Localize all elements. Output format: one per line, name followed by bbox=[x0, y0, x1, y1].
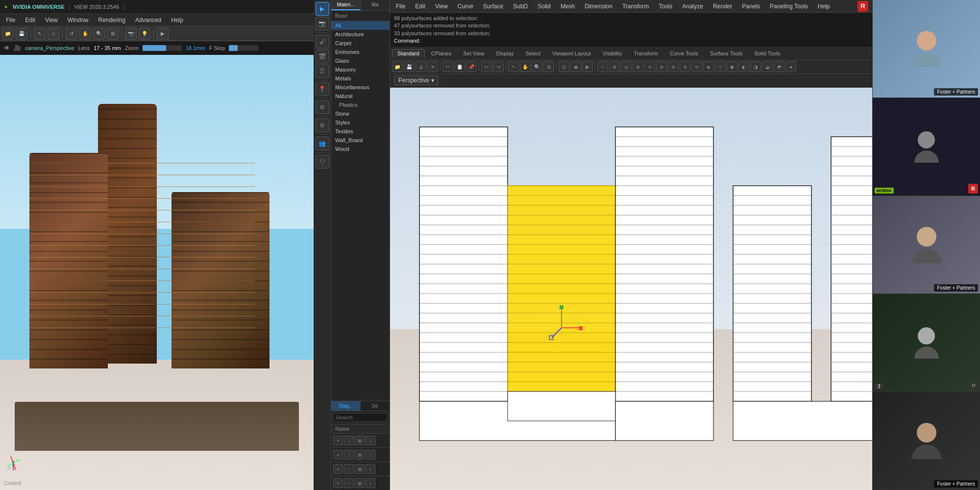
tool-pan[interactable]: ✋ bbox=[79, 28, 91, 40]
r-btn-redo[interactable]: ↪ bbox=[493, 61, 504, 72]
menu-rendering[interactable]: Rendering bbox=[97, 17, 127, 24]
mat-item-architecture[interactable]: Architecture bbox=[331, 30, 390, 39]
icon-render[interactable]: ▶ bbox=[316, 2, 329, 16]
mat-btn-5[interactable]: ↑ bbox=[344, 450, 354, 460]
mat-item-metals[interactable]: Metals bbox=[331, 74, 390, 83]
mat-item-masonry[interactable]: Masonry bbox=[331, 65, 390, 74]
menu-file[interactable]: File bbox=[4, 17, 17, 24]
rmenu-subd[interactable]: SubD bbox=[511, 3, 530, 10]
r-btn-wire[interactable]: ⊡ bbox=[559, 61, 569, 72]
rmenu-edit[interactable]: Edit bbox=[413, 3, 427, 10]
icon-pin[interactable]: 📍 bbox=[316, 82, 329, 96]
tool-render[interactable]: ▶ bbox=[157, 28, 169, 40]
mat-item-styles[interactable]: Styles bbox=[331, 118, 390, 127]
r-btn-select[interactable]: ↖ bbox=[508, 61, 519, 72]
mat-item-wood[interactable]: Wood bbox=[331, 145, 390, 153]
mat-item-carpet[interactable]: Carpet bbox=[331, 39, 390, 48]
r-btn-a9[interactable]: ⊝ bbox=[691, 61, 702, 72]
tool-rotate[interactable]: ↺ bbox=[66, 28, 77, 40]
tab-solid-tools[interactable]: Solid Tools bbox=[749, 49, 785, 58]
r-btn-b5[interactable]: ◑ bbox=[750, 61, 761, 72]
icon-layers[interactable]: ☰ bbox=[316, 64, 329, 78]
mat-btn-9[interactable]: ↑ bbox=[344, 464, 354, 474]
r-btn-b1[interactable]: ◈ bbox=[703, 61, 714, 72]
fstop-slider[interactable] bbox=[229, 45, 258, 51]
mat-item-glass[interactable]: Glass bbox=[331, 56, 390, 65]
mat-item-natural[interactable]: Natural bbox=[331, 92, 390, 100]
mat-btn-10[interactable]: ⊞ bbox=[355, 464, 365, 474]
mat-btn-3[interactable]: ↕ bbox=[366, 436, 375, 445]
icon-shield[interactable]: 🛡 bbox=[316, 155, 329, 169]
mat-btn-8[interactable]: + bbox=[333, 464, 343, 474]
mat-btn-6[interactable]: ⊞ bbox=[355, 450, 365, 460]
mat-btn-14[interactable]: ⊞ bbox=[355, 478, 365, 488]
r-btn-a8[interactable]: ⊜ bbox=[680, 61, 690, 72]
rmenu-mesh[interactable]: Mesh bbox=[559, 3, 577, 10]
mat-btn-13[interactable]: ↑ bbox=[344, 478, 354, 488]
rmenu-curve[interactable]: Curve bbox=[456, 3, 475, 10]
mat-item-stone[interactable]: Stone bbox=[331, 109, 390, 118]
r-btn-close[interactable]: ✕ bbox=[427, 61, 438, 72]
cmd-input[interactable] bbox=[422, 38, 520, 44]
menu-help[interactable]: Help bbox=[169, 17, 185, 24]
r-btn-b6[interactable]: ◒ bbox=[762, 61, 773, 72]
r-btn-pan[interactable]: ✋ bbox=[520, 61, 531, 72]
rmenu-transform[interactable]: Transform bbox=[620, 3, 651, 10]
mat-item-plastics[interactable]: Plastics bbox=[331, 100, 390, 109]
tab-cplanes[interactable]: CPlanes bbox=[426, 49, 457, 58]
mat-btn-add[interactable]: + bbox=[333, 436, 343, 445]
r-btn-a1[interactable]: ⊹ bbox=[597, 61, 608, 72]
menu-view[interactable]: View bbox=[43, 17, 60, 24]
r-btn-copy[interactable]: 📋 bbox=[454, 61, 465, 72]
icon-gear2[interactable]: ⚙ bbox=[316, 119, 329, 132]
perspective-dropdown[interactable]: Perspective ▾ bbox=[394, 75, 439, 85]
r-btn-shade[interactable]: ◉ bbox=[570, 61, 581, 72]
r-btn-a7[interactable]: ⊛ bbox=[668, 61, 679, 72]
mat-btn-import[interactable]: ↑ bbox=[344, 436, 354, 445]
rmenu-analyze[interactable]: Analyze bbox=[680, 3, 705, 10]
menu-edit[interactable]: Edit bbox=[23, 17, 37, 24]
icon-users[interactable]: 👥 bbox=[316, 137, 329, 150]
r-btn-zoom-win[interactable]: 🔍 bbox=[532, 61, 542, 72]
icon-brush[interactable]: 🖌 bbox=[316, 35, 329, 49]
mat-search-input[interactable] bbox=[333, 413, 388, 422]
tab-standard[interactable]: Standard bbox=[392, 49, 425, 58]
render-viewport[interactable]: X Y Content bbox=[0, 55, 314, 490]
mat-btn-2[interactable]: ⊞ bbox=[355, 436, 365, 445]
r-btn-b7[interactable]: ◓ bbox=[774, 61, 784, 72]
tab-display[interactable]: Display bbox=[490, 49, 519, 58]
r-btn-extents[interactable]: ⊞ bbox=[543, 61, 554, 72]
r-btn-a4[interactable]: ⊗ bbox=[633, 61, 643, 72]
tool-zoom[interactable]: 🔍 bbox=[93, 28, 105, 40]
r-btn-b3[interactable]: ◆ bbox=[727, 61, 737, 72]
tool-frame[interactable]: ⊞ bbox=[107, 28, 119, 40]
tab-de[interactable]: De bbox=[361, 401, 390, 411]
tab-curve-tools[interactable]: Curve Tools bbox=[664, 49, 704, 58]
r-btn-a2[interactable]: ⊕ bbox=[609, 61, 620, 72]
rhino-viewport[interactable] bbox=[390, 88, 872, 490]
mat-item-emissives[interactable]: Emissives bbox=[331, 48, 390, 56]
tab-ma[interactable]: Ma bbox=[361, 0, 390, 10]
mat-item-textiles[interactable]: Textiles bbox=[331, 127, 390, 136]
rmenu-view[interactable]: View bbox=[433, 3, 450, 10]
mat-btn-15[interactable]: ↕ bbox=[366, 478, 375, 488]
tool-light[interactable]: 💡 bbox=[139, 28, 150, 40]
r-btn-b8[interactable]: ● bbox=[785, 61, 796, 72]
r-btn-cut[interactable]: ✂ bbox=[442, 61, 453, 72]
mat-btn-7[interactable]: ↕ bbox=[366, 450, 375, 460]
tool-select[interactable]: ⊹ bbox=[48, 28, 59, 40]
icon-film[interactable]: 🎬 bbox=[316, 49, 329, 63]
tab-select[interactable]: Select bbox=[520, 49, 546, 58]
r-btn-b2[interactable]: ◇ bbox=[715, 61, 726, 72]
mat-btn-12[interactable]: + bbox=[333, 478, 343, 488]
tool-save[interactable]: 💾 bbox=[16, 28, 27, 40]
r-btn-folder[interactable]: 📁 bbox=[392, 61, 403, 72]
tool-camera[interactable]: 📷 bbox=[125, 28, 137, 40]
mat-item-all[interactable]: All bbox=[331, 21, 390, 30]
tab-setview[interactable]: Set View bbox=[458, 49, 490, 58]
r-btn-paste[interactable]: 📌 bbox=[466, 61, 477, 72]
rmenu-help[interactable]: Help bbox=[816, 3, 832, 10]
rmenu-tools[interactable]: Tools bbox=[657, 3, 674, 10]
zoom-slider[interactable] bbox=[143, 45, 182, 51]
rmenu-surface[interactable]: Surface bbox=[481, 3, 505, 10]
